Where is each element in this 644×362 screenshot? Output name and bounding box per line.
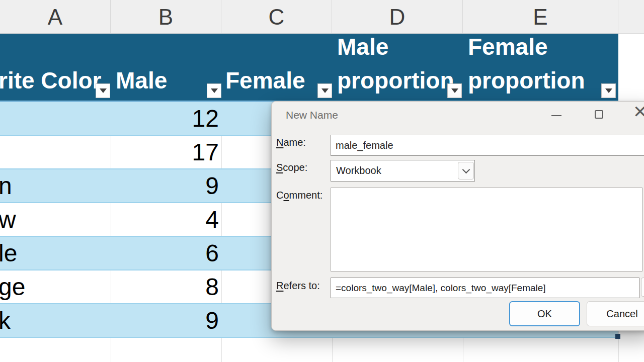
new-name-dialog: New Name ✕ Name: Scope: Workbook Comment…: [271, 101, 644, 331]
table-header-label: Female: [225, 64, 305, 98]
comment-textarea[interactable]: [331, 188, 642, 272]
table-header-cell[interactable]: Female: [221, 34, 332, 101]
filter-dropdown-button[interactable]: [601, 83, 616, 98]
filter-dropdown-button[interactable]: [447, 83, 462, 98]
filter-icon: [100, 88, 107, 93]
scope-dropdown-button[interactable]: [458, 162, 474, 179]
cell-male-count[interactable]: 9: [111, 304, 219, 337]
column-header-band: ABCDE: [0, 0, 644, 34]
collapse-dialog-icon[interactable]: [641, 278, 644, 297]
cell-male-count[interactable]: 9: [111, 169, 219, 202]
scope-label: Scope:: [276, 162, 307, 173]
cell-male-count[interactable]: 17: [111, 136, 219, 168]
comment-label: Comment:: [276, 190, 323, 201]
maximize-icon[interactable]: [595, 110, 603, 119]
column-header-d[interactable]: D: [332, 0, 463, 34]
cell-male-count[interactable]: 4: [111, 203, 219, 236]
dialog-title: New Name: [286, 109, 338, 121]
table-header-cell[interactable]: Male proportion: [332, 34, 463, 101]
cell-favorite-color[interactable]: ge: [0, 270, 107, 303]
cell-favorite-color[interactable]: [0, 102, 107, 135]
close-icon[interactable]: ✕: [633, 103, 644, 120]
table-header-label: Male: [116, 64, 167, 98]
ok-button[interactable]: OK: [509, 301, 580, 326]
name-label: Name:: [276, 137, 306, 148]
filter-icon: [451, 88, 458, 93]
cell-male-count[interactable]: 12: [111, 102, 219, 135]
table-header-cell[interactable]: Male: [111, 34, 221, 101]
cell-favorite-color[interactable]: w: [0, 203, 107, 236]
refers-to-input[interactable]: [331, 278, 639, 298]
table-header-label: Male proportion: [337, 30, 459, 98]
column-header-c[interactable]: C: [221, 0, 332, 34]
filter-dropdown-button[interactable]: [207, 83, 221, 98]
cell-favorite-color[interactable]: n: [0, 169, 107, 202]
table-header-cell[interactable]: Female proportion: [463, 34, 618, 101]
filter-icon: [321, 88, 329, 93]
scope-dropdown[interactable]: Workbook: [331, 160, 475, 182]
filter-icon: [211, 88, 218, 93]
minimize-icon[interactable]: [551, 115, 561, 116]
cancel-button[interactable]: Cancel: [587, 301, 644, 326]
filter-dropdown-button[interactable]: [96, 83, 110, 98]
column-header-a[interactable]: A: [0, 0, 111, 34]
column-header-e[interactable]: E: [463, 0, 618, 34]
chevron-down-icon: [462, 165, 470, 173]
cell-favorite-color[interactable]: le: [0, 237, 107, 269]
table-header-row: rite ColorMaleFemaleMale proportionFemal…: [0, 34, 618, 102]
cell-male-count[interactable]: 6: [111, 237, 219, 269]
table-header-cell[interactable]: rite Color: [0, 34, 111, 101]
column-header-b[interactable]: B: [111, 0, 221, 34]
name-input[interactable]: [331, 135, 644, 156]
excel-worksheet: ABCDE rite ColorMaleFemaleMale proportio…: [0, 0, 644, 362]
filter-dropdown-button[interactable]: [317, 83, 332, 98]
table-header-label: Female proportion: [468, 30, 614, 98]
table-header-label: rite Color: [0, 64, 101, 98]
cell-male-count[interactable]: 8: [111, 270, 219, 303]
scope-value: Workbook: [336, 160, 381, 181]
filter-icon: [605, 88, 612, 93]
table-resize-handle[interactable]: [615, 334, 620, 339]
cell-favorite-color[interactable]: [0, 136, 107, 168]
refers-to-label: Refers to:: [276, 280, 320, 292]
cell-favorite-color[interactable]: k: [0, 304, 107, 337]
